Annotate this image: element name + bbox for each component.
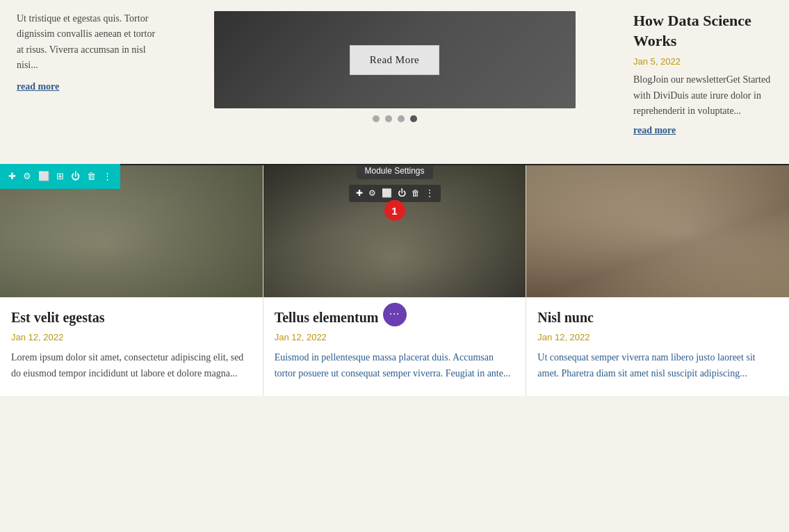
cards-row: Est velit egestas Jan 12, 2022 Lorem ips… <box>0 164 789 395</box>
top-left-readmore[interactable]: read more <box>17 81 59 92</box>
card-3-body: Nisl nunc Jan 12, 2022 Ut consequat semp… <box>526 297 789 395</box>
card-2-text: Euismod in pellentesque massa placerat d… <box>275 349 515 381</box>
row-tb-clone-icon[interactable]: ⬜ <box>38 171 49 182</box>
dot-1[interactable] <box>373 115 380 122</box>
card-1: Est velit egestas Jan 12, 2022 Lorem ips… <box>0 165 263 395</box>
right-body: BlogJoin our newsletterGet Started with … <box>633 72 772 119</box>
card-2-date: Jan 12, 2022 <box>275 332 515 342</box>
card-1-date: Jan 12, 2022 <box>11 332 252 342</box>
row-tb-delete-icon[interactable]: 🗑 <box>87 171 96 182</box>
right-date: Jan 5, 2022 <box>633 56 772 67</box>
card-3-title: Nisl nunc <box>537 308 778 326</box>
mod-tb-toggle-icon[interactable]: ⏻ <box>398 188 406 199</box>
three-dots-button[interactable]: ··· <box>383 303 407 326</box>
row-tb-toggle-icon[interactable]: ⏻ <box>71 171 80 182</box>
card-1-body: Est velit egestas Jan 12, 2022 Lorem ips… <box>0 297 263 395</box>
mod-tb-settings-icon[interactable]: ⚙ <box>368 188 376 199</box>
mod-tb-more-icon[interactable]: ⋮ <box>425 188 434 199</box>
row-tb-grid-icon[interactable]: ⊞ <box>56 171 64 182</box>
card-1-text: Lorem ipsum dolor sit amet, consectetur … <box>11 349 252 381</box>
top-left-panel: Ut tristique et egestas quis. Tortor dig… <box>17 11 156 92</box>
row-tb-more-icon[interactable]: ⋮ <box>103 171 112 182</box>
card-3: Nisl nunc Jan 12, 2022 Ut consequat semp… <box>526 165 789 395</box>
top-left-body: Ut tristique et egestas quis. Tortor dig… <box>17 11 156 74</box>
slider-dots <box>373 115 417 122</box>
card-3-img-bg <box>526 165 789 297</box>
row-toolbar[interactable]: ✚ ⚙ ⬜ ⊞ ⏻ 🗑 ⋮ <box>0 164 120 189</box>
dot-3[interactable] <box>398 115 405 122</box>
right-title: How Data Science Works <box>633 11 772 51</box>
read-more-button[interactable]: Read More <box>350 45 440 75</box>
bottom-section: ✚ ⚙ ⬜ ⊞ ⏻ 🗑 ⋮ Est velit egestas Jan 12, … <box>0 164 789 395</box>
row-tb-settings-icon[interactable]: ⚙ <box>23 171 31 182</box>
card-3-date: Jan 12, 2022 <box>537 332 778 342</box>
card-3-image <box>526 165 789 297</box>
dot-4[interactable] <box>410 115 417 122</box>
module-settings-tooltip: Module Settings <box>356 165 432 179</box>
card-1-title: Est velit egestas <box>11 308 252 326</box>
right-readmore[interactable]: read more <box>633 125 676 135</box>
dot-2[interactable] <box>385 115 392 122</box>
slider-image: Read More <box>214 11 576 108</box>
row-tb-add-icon[interactable]: ✚ <box>8 171 16 182</box>
mod-tb-clone-icon[interactable]: ⬜ <box>382 188 392 199</box>
mod-tb-add-icon[interactable]: ✚ <box>356 188 363 199</box>
notification-badge: 1 <box>384 200 405 221</box>
card-3-text: Ut consequat semper viverra nam libero j… <box>537 349 778 381</box>
card-2: Module Settings ✚ ⚙ ⬜ ⏻ 🗑 ⋮ 1 ··· Tellus… <box>263 165 527 395</box>
mod-tb-delete-icon[interactable]: 🗑 <box>412 188 420 199</box>
top-section: Ut tristique et egestas quis. Tortor dig… <box>0 0 789 153</box>
top-right-panel: How Data Science Works Jan 5, 2022 BlogJ… <box>633 11 772 136</box>
top-center-slider: Read More <box>172 11 617 122</box>
card-2-image: Module Settings ✚ ⚙ ⬜ ⏻ 🗑 ⋮ 1 <box>263 165 526 297</box>
